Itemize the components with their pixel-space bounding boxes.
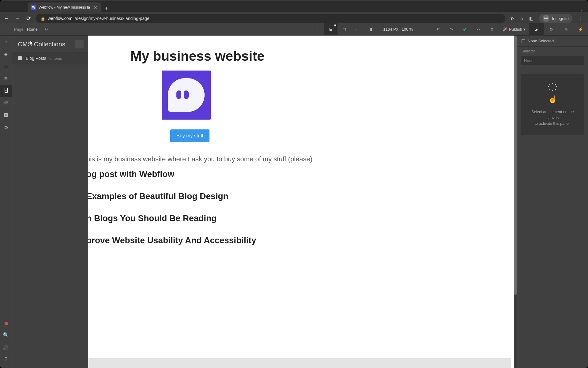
empty-line: Select an element on the canvas	[526, 109, 579, 121]
forward-button: →	[14, 15, 21, 22]
page-label: Page:	[14, 27, 24, 32]
extensions-icon[interactable]: ◧	[529, 16, 533, 21]
design-canvas[interactable]: My business website Buy my stuff his is …	[88, 36, 514, 368]
logo-image[interactable]	[162, 71, 211, 120]
more-icon[interactable]: ⋮	[311, 23, 324, 36]
selector-section-label: Selector	[517, 47, 588, 55]
device-mobile-button[interactable]: ▮	[364, 23, 378, 36]
page-heading[interactable]: My business website	[130, 48, 514, 64]
selector-value: None	[524, 58, 533, 63]
device-landscape-button[interactable]: ▭	[351, 23, 364, 36]
desktop-icon: 🖥	[328, 27, 334, 32]
device-tablet-button[interactable]: ▢	[337, 23, 351, 36]
blog-heading[interactable]: n Blogs You Should Be Reading	[88, 213, 514, 223]
tab-title: Webflow - My new business la	[39, 5, 90, 10]
publish-button[interactable]: 🚀 Publish ▾	[499, 27, 529, 32]
incognito-badge[interactable]: 🕶 Incognito	[539, 14, 572, 23]
search-button[interactable]: 🔍	[0, 329, 12, 341]
canvas-width[interactable]: 1164 PX	[383, 27, 399, 32]
kebab-menu-icon[interactable]: ⋮	[578, 16, 582, 21]
custom-code-button[interactable]: ‹›	[472, 23, 485, 36]
canvas-zoom[interactable]: 100 %	[401, 27, 413, 32]
redo-button[interactable]: ↷	[445, 23, 458, 36]
share-button[interactable]: ⇪	[485, 23, 499, 36]
back-button[interactable]: ←	[3, 15, 10, 22]
lock-icon: 🔒	[40, 16, 45, 21]
blog-heading[interactable]: Examples of Beautiful Blog Design	[88, 191, 514, 201]
symbols-button[interactable]: ◈	[0, 48, 12, 60]
url-host: webflow.com	[48, 16, 72, 21]
blog-heading[interactable]: og post with Webflow	[88, 169, 514, 179]
collection-name: Blog Posts	[26, 56, 46, 61]
browser-tab-strip: W Webflow - My new business la ✕ + ⌄	[0, 1, 588, 12]
audit-indicator[interactable]	[5, 322, 8, 325]
new-tab-button[interactable]: +	[101, 6, 112, 12]
panel-title: CMS Collections	[18, 40, 65, 48]
interactions-panel-tab[interactable]: ❉	[559, 23, 573, 36]
interactions-icon: ❉	[563, 27, 569, 32]
database-icon	[17, 56, 23, 61]
style-panel-tab[interactable]: 🖌	[529, 23, 544, 36]
canvas-scrollbar[interactable]	[514, 36, 517, 368]
style-panel: None Selected Selector None ☝ Select an …	[517, 36, 588, 368]
publish-label: Publish	[509, 27, 522, 32]
ghost-icon	[168, 78, 205, 112]
tablet-icon: ▢	[341, 27, 347, 32]
page-selector[interactable]: Page: Home	[0, 27, 42, 32]
ecommerce-button[interactable]: 🛒	[0, 97, 12, 109]
url-field[interactable]: 🔒 webflow.com/design/my-new-business-lan…	[36, 14, 505, 23]
empty-line: to activate this panel.	[526, 121, 579, 127]
cta-button[interactable]: Buy my stuff	[170, 129, 209, 142]
status-ok-icon[interactable]: ✔	[458, 23, 472, 36]
page-name: Home	[27, 27, 38, 32]
bookmark-star-icon[interactable]: ☆	[520, 16, 524, 21]
cms-collections-panel: CMS Collections Blog Posts 6 items	[12, 36, 88, 368]
tablet-landscape-icon: ▭	[355, 27, 360, 32]
undo-button[interactable]: ↶	[431, 23, 445, 36]
help-button[interactable]: ?	[0, 353, 12, 366]
brush-icon: 🖌	[534, 27, 539, 32]
browser-tab[interactable]: W Webflow - My new business la ✕	[28, 2, 101, 12]
designer-topbar: Page: Home ↻ ⋮ 🖥 ▢ ▭ ▮ 1164 PX 100 % ↶ ↷…	[0, 23, 588, 36]
selector-field[interactable]: None	[521, 56, 584, 65]
collection-count: 6 items	[49, 56, 62, 61]
blog-heading[interactable]: prove Website Usability And Accessibilit…	[88, 236, 514, 245]
bolt-icon: ⚡	[578, 27, 583, 32]
gear-icon: ⚙	[548, 27, 554, 32]
browser-address-bar: ← → ⟳ 🔒 webflow.com/design/my-new-busine…	[0, 12, 588, 25]
canvas-footer-strip	[88, 358, 511, 368]
settings-button[interactable]: ⚙	[0, 121, 12, 134]
style-panel-empty-state: ☝ Select an element on the canvas to act…	[521, 74, 584, 135]
incognito-label: Incognito	[552, 16, 569, 21]
body-paragraph[interactable]: his is my business website where I ask y…	[88, 155, 514, 163]
cms-button[interactable]: 🗄	[0, 85, 12, 97]
selection-box-icon	[522, 39, 525, 43]
url-path: /design/my-new-business-landing-page	[75, 16, 149, 21]
close-icon[interactable]: ✕	[94, 5, 97, 10]
tabs-overflow-icon[interactable]: ⌄	[579, 7, 588, 12]
navigator-button[interactable]: ≣	[0, 60, 12, 72]
pointer-hand-icon: ☝	[526, 83, 579, 105]
mobile-icon: ▮	[368, 27, 374, 32]
canvas-area: My business website Buy my stuff his is …	[88, 36, 517, 368]
publish-icon: 🚀	[502, 27, 508, 32]
video-tutorial-button[interactable]: 🎥	[0, 341, 12, 353]
reload-button[interactable]: ⟳	[25, 15, 32, 22]
left-icon-rail: W ＋ ◈ ≣ 🗎 🗄 🛒 🖼 ⚙ 🔍 🎥 ?	[0, 36, 12, 368]
eye-off-icon[interactable]: 👁	[510, 16, 514, 21]
pages-button[interactable]: 🗎	[0, 72, 12, 85]
restore-icon[interactable]: ↻	[44, 27, 49, 32]
device-desktop-button[interactable]: 🖥	[324, 23, 337, 36]
database-icon: 🗄	[4, 88, 9, 94]
scroll-thumb[interactable]	[514, 36, 517, 295]
tab-favicon: W	[31, 5, 36, 10]
new-collection-button[interactable]	[75, 40, 84, 48]
settings-panel-tab[interactable]: ⚙	[544, 23, 559, 36]
assets-button[interactable]: 🖼	[0, 109, 12, 121]
selection-state: None Selected	[528, 39, 554, 43]
effects-panel-tab[interactable]: ⚡	[573, 23, 588, 36]
incognito-icon: 🕶	[543, 15, 549, 22]
device-viewport-group: 🖥 ▢ ▭ ▮	[324, 23, 378, 36]
collection-list-item[interactable]: Blog Posts 6 items	[12, 52, 88, 64]
add-element-button[interactable]: ＋	[0, 36, 12, 48]
